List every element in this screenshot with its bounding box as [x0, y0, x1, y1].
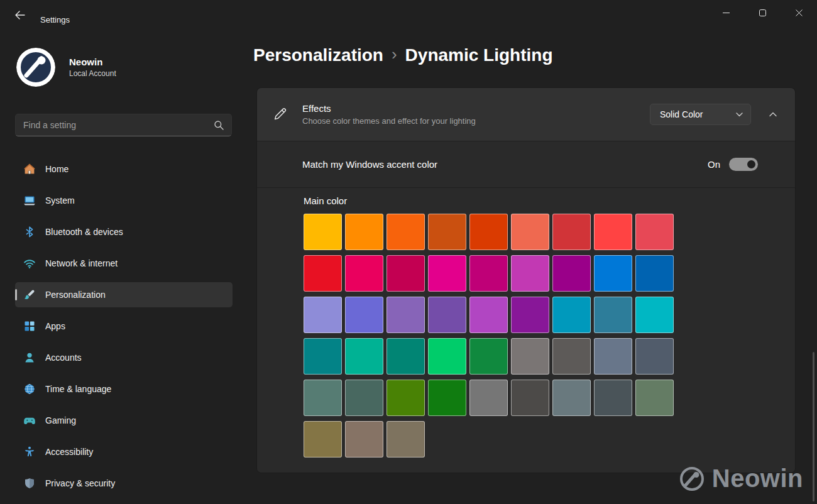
color-swatch-cool-blue[interactable] — [594, 297, 632, 333]
sidebar-item-system[interactable]: System — [15, 188, 233, 213]
page-title: Dynamic Lighting — [405, 45, 553, 65]
sidebar-item-accessibility[interactable]: Accessibility — [15, 439, 233, 464]
color-swatch-violet-red[interactable] — [511, 297, 549, 333]
color-swatch-seafoam-teal[interactable] — [304, 338, 342, 375]
color-swatch-moss[interactable] — [345, 380, 383, 416]
close-button[interactable] — [781, 0, 817, 25]
main-color-label: Main color — [304, 195, 795, 206]
sidebar-item-privacy-security[interactable]: Privacy & security — [15, 471, 233, 496]
effects-dropdown-value: Solid Color — [660, 109, 703, 119]
accent-color-toggle[interactable] — [729, 158, 758, 171]
maximize-icon — [759, 9, 766, 16]
maximize-button[interactable] — [744, 0, 781, 25]
vertical-scrollbar[interactable] — [813, 352, 814, 501]
color-swatch-gray-brown[interactable] — [552, 338, 591, 375]
color-swatch-turf-green[interactable] — [428, 338, 466, 375]
color-swatch-liddy-green[interactable] — [635, 380, 674, 416]
breadcrumb: Personalization › Dynamic Lighting — [253, 45, 553, 65]
color-swatch-mod-red[interactable] — [594, 214, 632, 250]
color-swatch-iris-spring[interactable] — [428, 297, 466, 333]
color-swatch-pale-rust[interactable] — [511, 214, 549, 250]
color-swatch-rust[interactable] — [469, 214, 508, 250]
sidebar-item-personalization[interactable]: Personalization — [15, 282, 233, 307]
wifi-icon — [23, 257, 36, 270]
system-icon — [23, 194, 36, 207]
selected-indicator — [15, 289, 17, 300]
sidebar-item-label: Time & language — [45, 384, 111, 394]
search-box — [15, 114, 232, 136]
color-swatch-orchid-light[interactable] — [511, 255, 549, 292]
avatar — [16, 48, 55, 87]
color-swatch-camouflage-desert[interactable] — [345, 421, 383, 457]
color-swatch-overcast[interactable] — [469, 380, 508, 416]
sidebar-item-home[interactable]: Home — [15, 156, 233, 182]
paintbrush-icon — [23, 288, 36, 301]
close-icon — [796, 9, 803, 16]
color-swatch-seafoam[interactable] — [635, 297, 674, 333]
account-header[interactable]: Neowin Local Account — [16, 48, 116, 87]
main-color-section: Main color — [257, 188, 795, 473]
color-swatch-default-blue[interactable] — [594, 255, 632, 292]
color-swatch-camouflage[interactable] — [387, 421, 425, 457]
color-swatch-violet-red-light[interactable] — [469, 297, 508, 333]
breadcrumb-parent[interactable]: Personalization — [253, 45, 383, 65]
back-button[interactable] — [11, 8, 29, 23]
sidebar-item-network[interactable]: Network & internet — [15, 251, 233, 276]
search-input[interactable] — [16, 120, 214, 130]
effects-card: Effects Choose color themes and effect f… — [256, 87, 796, 473]
color-swatch-mint-dark[interactable] — [387, 338, 425, 375]
color-swatch-pale-moss[interactable] — [304, 380, 342, 416]
breadcrumb-chevron: › — [392, 45, 397, 64]
color-swatch-purple-shadow-dark[interactable] — [345, 297, 383, 333]
color-swatch-plum[interactable] — [469, 255, 508, 292]
color-swatch-orange-dark[interactable] — [428, 214, 466, 250]
sidebar-item-label: System — [45, 195, 75, 205]
color-swatch-gray-dark[interactable] — [594, 380, 632, 416]
color-swatch-navy-blue[interactable] — [635, 255, 674, 292]
sidebar-item-label: Accounts — [45, 353, 82, 363]
color-swatch-purple-shadow[interactable] — [304, 297, 342, 333]
color-swatch-metal-blue[interactable] — [635, 338, 674, 375]
color-swatch-meadow-green[interactable] — [387, 380, 425, 416]
sidebar-item-gaming[interactable]: Gaming — [15, 408, 233, 433]
sidebar-item-accounts[interactable]: Accounts — [15, 345, 233, 370]
color-swatch-rose[interactable] — [387, 255, 425, 292]
effects-dropdown[interactable]: Solid Color — [650, 104, 751, 125]
color-swatch-cool-blue-bright[interactable] — [552, 297, 591, 333]
color-swatch-steel-blue[interactable] — [594, 338, 632, 375]
color-swatch-pale-red[interactable] — [635, 214, 674, 250]
color-swatch-gold[interactable] — [345, 214, 383, 250]
color-swatch-iris-pastel[interactable] — [387, 297, 425, 333]
home-icon — [23, 163, 36, 175]
settings-window: Settings Neowin Local Account — [0, 0, 817, 504]
effects-expander-header[interactable]: Effects Choose color themes and effect f… — [257, 88, 795, 141]
color-swatch-blue-gray[interactable] — [552, 380, 591, 416]
apps-icon — [23, 320, 36, 332]
sidebar-item-bluetooth[interactable]: Bluetooth & devices — [15, 219, 233, 244]
color-swatch-sport-green[interactable] — [469, 338, 508, 375]
collapse-button[interactable] — [764, 105, 782, 124]
accessibility-person-icon — [23, 446, 36, 458]
color-swatch-yellow-gold[interactable] — [304, 214, 342, 250]
color-swatch-mint-light[interactable] — [345, 338, 383, 375]
sidebar-item-time-language[interactable]: Time & language — [15, 376, 233, 402]
sidebar-nav: Home System Bluetooth & devices Network … — [15, 156, 233, 502]
color-swatch-green[interactable] — [428, 380, 466, 416]
color-swatch-orchid[interactable] — [552, 255, 591, 292]
color-swatch-gray[interactable] — [511, 338, 549, 375]
sidebar-item-apps[interactable]: Apps — [15, 314, 233, 339]
minimize-icon — [723, 9, 730, 16]
color-swatch-orange-bright[interactable] — [387, 214, 425, 250]
color-swatch-rose-bright[interactable] — [345, 255, 383, 292]
color-swatch-red[interactable] — [304, 255, 342, 292]
color-swatch-brick-red[interactable] — [552, 214, 591, 250]
color-swatch-plum-light[interactable] — [428, 255, 466, 292]
color-swatch-storm[interactable] — [511, 380, 549, 416]
color-swatch-grid — [304, 214, 677, 457]
effects-header-text: Effects Choose color themes and effect f… — [302, 103, 476, 126]
accent-row-controls: On — [708, 158, 758, 171]
color-swatch-sage[interactable] — [304, 421, 342, 457]
pencil-icon — [272, 107, 287, 122]
minimize-button[interactable] — [708, 0, 744, 25]
shield-icon — [23, 477, 36, 490]
